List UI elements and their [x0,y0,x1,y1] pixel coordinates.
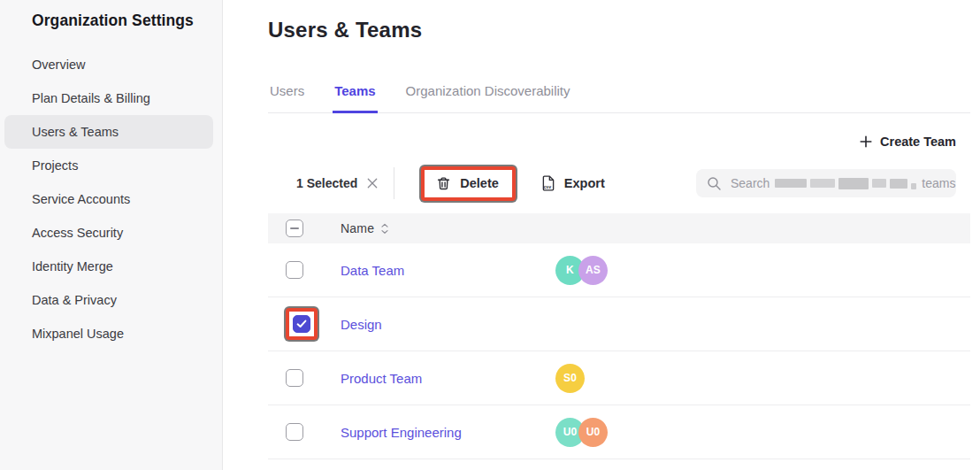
avatar-group: U0U0 [555,418,608,447]
selected-count-label: 1 Selected [296,176,357,190]
tab-users[interactable]: Users [268,83,306,113]
selection-status: 1 Selected [296,176,378,190]
search-input[interactable]: Search teams [696,169,956,197]
avatar: U0 [578,418,608,447]
svg-text:csv: csv [543,184,551,189]
team-name-link[interactable]: Product Team [341,371,555,386]
annotation-box [286,308,318,340]
sort-icon [381,223,388,235]
sidebar: Organization Settings OverviewPlan Detai… [0,0,223,470]
checkbox-cell [268,423,341,441]
redacted-text [775,178,916,189]
tab-bar: UsersTeamsOrganization Discoverability [268,83,970,113]
table-row[interactable]: Product TeamS0 [268,351,970,405]
tab-teams[interactable]: Teams [333,83,377,113]
checkbox-cell [268,369,341,387]
indeterminate-dash-icon [290,227,299,229]
export-button-label: Export [564,176,605,190]
sidebar-title: Organization Settings [0,0,222,30]
sidebar-item-service-accounts[interactable]: Service Accounts [0,182,222,216]
team-name-link[interactable]: Design [341,317,555,332]
sidebar-item-overview[interactable]: Overview [0,48,222,81]
sidebar-item-access-security[interactable]: Access Security [0,216,222,250]
checkbox-cell [268,261,341,279]
name-column-header[interactable]: Name [341,221,388,235]
sidebar-item-projects[interactable]: Projects [0,149,222,182]
create-team-button[interactable]: Create Team [860,135,956,149]
sidebar-item-identity-merge[interactable]: Identity Merge [0,250,222,283]
sidebar-item-data-privacy[interactable]: Data & Privacy [0,283,222,317]
name-header-label: Name [341,221,374,235]
plus-icon [860,135,872,148]
sidebar-item-users-teams[interactable]: Users & Teams [4,115,213,149]
create-team-label: Create Team [880,135,956,149]
table-body: Data TeamKASDesignProduct TeamS0Support … [268,243,970,459]
toolbar: 1 Selected Delete cs [296,163,956,204]
table-row[interactable]: Design [268,297,970,351]
team-name-link[interactable]: Data Team [341,263,555,278]
team-name-link[interactable]: Support Engineering [341,425,555,440]
clear-selection-button[interactable] [367,178,378,189]
delete-button-annotation[interactable]: Delete [421,166,516,201]
row-checkbox[interactable] [286,261,303,279]
trash-icon [436,176,451,191]
checkbox-cell [268,308,341,340]
search-placeholder: Search teams [731,176,955,190]
main-content: Users & Teams UsersTeamsOrganization Dis… [223,0,980,470]
sidebar-nav: OverviewPlan Details & BillingUsers & Te… [0,48,222,351]
row-checkbox[interactable] [293,315,310,333]
avatar-group: KAS [555,256,608,285]
csv-file-icon: csv [541,175,555,191]
table-header-row: Name [268,213,970,243]
table-row[interactable]: Support EngineeringU0U0 [268,405,970,459]
toolbar-divider [394,167,394,199]
tab-organization-discoverability[interactable]: Organization Discoverability [404,83,572,113]
avatar: S0 [555,364,585,393]
sidebar-item-mixpanel-usage[interactable]: Mixpanel Usage [0,317,222,351]
page-title: Users & Teams [268,18,980,42]
sidebar-item-plan-details-billing[interactable]: Plan Details & Billing [0,81,222,115]
create-row: Create Team [223,135,956,149]
search-icon [707,176,722,191]
select-all-checkbox[interactable] [286,220,303,237]
avatar: AS [578,256,608,285]
teams-table: Name Data TeamKASDesignProduct TeamS0Sup… [268,213,970,459]
row-checkbox[interactable] [286,423,303,441]
delete-button-label: Delete [460,176,499,190]
avatar-group: S0 [555,364,585,393]
table-row[interactable]: Data TeamKAS [268,243,970,297]
row-checkbox[interactable] [286,369,303,387]
export-button[interactable]: csv Export [541,175,605,191]
